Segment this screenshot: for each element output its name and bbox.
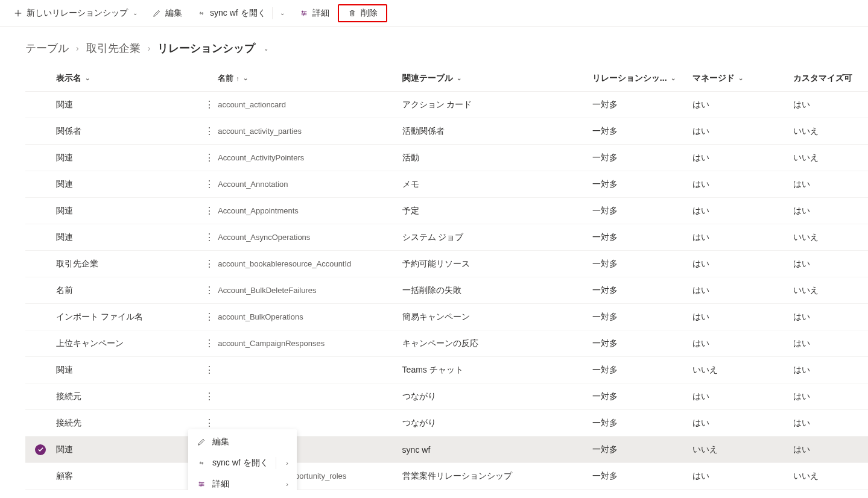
chevron-right-icon: › <box>76 43 79 53</box>
open-sync-wf-button[interactable]: sync wf を開く ⌄ <box>191 4 291 23</box>
table-row[interactable]: 関係者⋮account_activity_parties活動関係者一対多はいいい… <box>25 118 868 145</box>
table-row[interactable]: 関連⋮Account_ActivityPointers活動一対多はいいいえ <box>25 145 868 171</box>
column-header-name[interactable]: 名前 ↑ ⌄ <box>218 73 402 84</box>
breadcrumb-tables[interactable]: テーブル <box>25 41 69 55</box>
breadcrumb-relationships[interactable]: リレーションシップ <box>157 41 255 55</box>
cell-relationship-type: 一対多 <box>592 338 692 349</box>
row-menu-button[interactable]: ⋮ <box>200 100 218 110</box>
column-header-display-name[interactable]: 表示名 ⌄ <box>56 73 200 84</box>
cell-related-table: 予定 <box>402 206 592 216</box>
cell-display-name: 上位キャンペーン <box>56 338 200 349</box>
row-menu-button[interactable]: ⋮ <box>200 127 218 136</box>
table-row[interactable]: 関連⋮Account_AsyncOperationsシステム ジョブ一対多はいい… <box>25 224 868 251</box>
cell-display-name: 取引先企業 <box>56 259 200 269</box>
table-row[interactable]: 関連⋮Account_Annotationメモ一対多はいはい <box>25 171 868 198</box>
table-row[interactable]: 関連⋮account_actioncardアクション カード一対多はいはい <box>25 92 868 118</box>
details-button[interactable]: 詳細 <box>293 4 335 22</box>
command-bar: 新しいリレーションシップ ⌄ 編集 sync wf を開く ⌄ 詳細 削除 <box>0 0 868 27</box>
table-row[interactable]: 上位キャンペーン⋮account_CampaignResponsesキャンペーン… <box>25 330 868 357</box>
table-row[interactable]: 関連⋮Teams チャット一対多いいえはい <box>25 357 868 383</box>
chevron-down-icon: ⌄ <box>243 75 248 81</box>
context-open-sync-wf[interactable]: sync wf を開く › <box>188 452 297 474</box>
cell-display-name: 関連 <box>56 232 200 243</box>
link-icon <box>197 458 206 468</box>
row-menu-button[interactable]: ⋮ <box>200 233 218 242</box>
more-vertical-icon: ⋮ <box>204 285 214 295</box>
cell-display-name: 名前 <box>56 285 200 296</box>
chevron-down-icon: ⌄ <box>671 75 676 81</box>
sort-up-icon: ↑ <box>236 75 239 82</box>
cell-managed: いいえ <box>692 365 793 376</box>
cell-display-name: インポート ファイル名 <box>56 312 200 323</box>
table-row[interactable]: 関連⋮account_cr224_syncssync wf一対多いいえはい <box>25 437 868 463</box>
sliders-icon <box>299 8 309 18</box>
relationships-table: 表示名 ⌄ 名前 ↑ ⌄ 関連テーブル ⌄ リレーションシッ... ⌄ マネージ… <box>0 65 868 490</box>
cell-relationship-type: 一対多 <box>592 444 692 455</box>
cell-relationship-type: 一対多 <box>592 365 692 376</box>
cell-name: Account_Appointments <box>218 206 402 215</box>
chevron-right-icon: › <box>286 459 288 467</box>
cell-display-name: 接続元 <box>56 391 200 402</box>
cell-customizable: いいえ <box>793 471 868 482</box>
check-circle-icon[interactable] <box>35 444 46 455</box>
cell-customizable: はい <box>793 179 868 190</box>
cell-managed: はい <box>692 471 793 482</box>
cell-display-name: 関連 <box>56 206 200 216</box>
table-row[interactable]: 接続先⋮つながり一対多はいはい <box>25 410 868 437</box>
column-header-type[interactable]: リレーションシッ... ⌄ <box>592 73 692 84</box>
cell-relationship-type: 一対多 <box>592 179 692 190</box>
more-vertical-icon: ⋮ <box>204 391 214 402</box>
context-open-label: sync wf を開く <box>212 458 268 468</box>
delete-button[interactable]: 削除 <box>338 4 387 22</box>
row-menu-button[interactable]: ⋮ <box>200 259 218 269</box>
cell-customizable: いいえ <box>793 232 868 243</box>
cell-relationship-type: 一対多 <box>592 232 692 243</box>
row-menu-button[interactable]: ⋮ <box>200 418 218 428</box>
new-relationship-button[interactable]: 新しいリレーションシップ ⌄ <box>7 4 144 22</box>
divider <box>272 7 273 19</box>
cell-display-name: 接続先 <box>56 418 200 429</box>
cell-display-name: 関係者 <box>56 126 200 137</box>
row-menu-button[interactable]: ⋮ <box>200 392 218 402</box>
cell-related-table: アクション カード <box>402 99 592 110</box>
table-row[interactable]: インポート ファイル名⋮account_BulkOperations簡易キャンペ… <box>25 304 868 330</box>
edit-button[interactable]: 編集 <box>146 4 188 22</box>
chevron-down-icon[interactable]: ⌄ <box>264 45 268 52</box>
cell-relationship-type: 一対多 <box>592 285 692 296</box>
table-row[interactable]: 顧客⋮account_customer_opportunity_roles営業案… <box>25 463 868 490</box>
column-header-related[interactable]: 関連テーブル ⌄ <box>402 73 592 84</box>
more-vertical-icon: ⋮ <box>204 179 214 189</box>
column-header-managed[interactable]: マネージド ⌄ <box>692 73 793 84</box>
context-edit[interactable]: 編集 <box>188 432 297 452</box>
table-row[interactable]: 取引先企業⋮account_bookableresource_AccountId… <box>25 251 868 277</box>
cell-managed: はい <box>692 179 793 190</box>
cell-customizable: はい <box>793 99 868 110</box>
column-header-customizable[interactable]: カスタマイズ可 <box>793 73 868 84</box>
table-header-row: 表示名 ⌄ 名前 ↑ ⌄ 関連テーブル ⌄ リレーションシッ... ⌄ マネージ… <box>25 65 868 92</box>
cell-customizable: はい <box>793 259 868 269</box>
row-menu-button[interactable]: ⋮ <box>200 365 218 375</box>
row-menu-button[interactable]: ⋮ <box>200 339 218 348</box>
cell-managed: はい <box>692 338 793 349</box>
cell-relationship-type: 一対多 <box>592 206 692 216</box>
cell-customizable: いいえ <box>793 153 868 163</box>
table-row[interactable]: 名前⋮Account_BulkDeleteFailures一括削除の失敗一対多は… <box>25 277 868 304</box>
chevron-right-icon: › <box>148 43 151 53</box>
row-menu-button[interactable]: ⋮ <box>200 153 218 163</box>
row-menu-button[interactable]: ⋮ <box>200 206 218 216</box>
cell-related-table: 簡易キャンペーン <box>402 312 592 323</box>
more-vertical-icon: ⋮ <box>204 126 214 136</box>
cell-customizable: はい <box>793 206 868 216</box>
row-menu-button[interactable]: ⋮ <box>200 286 218 295</box>
cell-name: Account_BulkDeleteFailures <box>218 286 402 295</box>
context-details-label: 詳細 <box>212 479 229 490</box>
divider <box>276 457 276 469</box>
row-menu-button[interactable]: ⋮ <box>200 180 218 189</box>
row-menu-button[interactable]: ⋮ <box>200 312 218 322</box>
breadcrumb-accounts[interactable]: 取引先企業 <box>86 41 141 55</box>
table-row[interactable]: 接続元⋮つながり一対多はいはい <box>25 383 868 410</box>
cell-related-table: キャンペーンの反応 <box>402 338 592 349</box>
context-details[interactable]: 詳細 › <box>188 474 297 490</box>
cell-customizable: はい <box>793 338 868 349</box>
table-row[interactable]: 関連⋮Account_Appointments予定一対多はいはい <box>25 198 868 224</box>
